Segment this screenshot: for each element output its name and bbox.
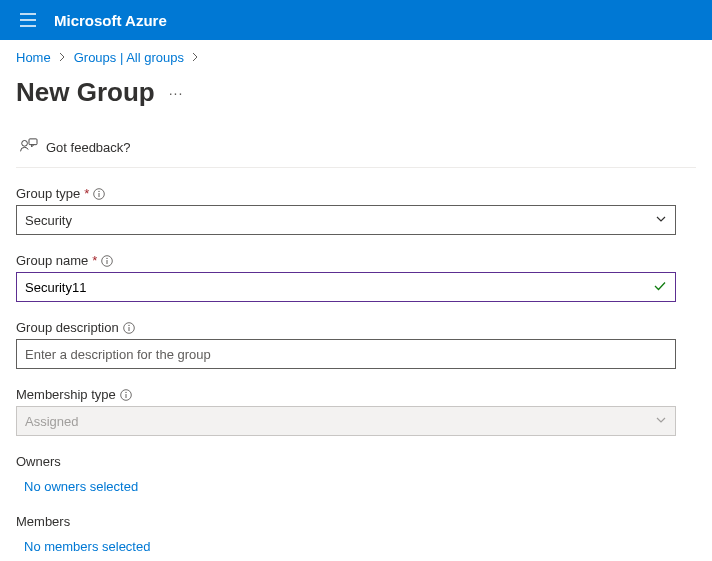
group-type-label-row: Group type *	[16, 186, 696, 201]
group-description-input[interactable]	[25, 340, 667, 368]
membership-type-label-row: Membership type	[16, 387, 696, 402]
feedback-button[interactable]: Got feedback?	[16, 138, 696, 168]
info-icon[interactable]	[101, 255, 113, 267]
chevron-down-icon	[655, 414, 667, 429]
group-description-field: Group description	[16, 320, 696, 369]
owners-section: Owners No owners selected	[16, 454, 696, 514]
group-name-field: Group name *	[16, 253, 696, 302]
info-icon[interactable]	[123, 322, 135, 334]
members-section: Members No members selected	[16, 514, 696, 561]
group-type-select[interactable]: Security	[16, 205, 676, 235]
breadcrumb-groups[interactable]: Groups | All groups	[74, 50, 184, 65]
group-type-value: Security	[25, 213, 72, 228]
info-icon[interactable]	[93, 188, 105, 200]
svg-rect-4	[29, 139, 37, 145]
members-heading: Members	[16, 514, 696, 529]
membership-type-select: Assigned	[16, 406, 676, 436]
group-description-label: Group description	[16, 320, 119, 335]
feedback-icon	[20, 138, 38, 157]
membership-type-label: Membership type	[16, 387, 116, 402]
owners-link[interactable]: No owners selected	[24, 479, 138, 494]
info-icon[interactable]	[120, 389, 132, 401]
membership-type-field: Membership type Assigned	[16, 387, 696, 436]
breadcrumb-home[interactable]: Home	[16, 50, 51, 65]
svg-point-15	[125, 391, 126, 392]
group-name-label-row: Group name *	[16, 253, 696, 268]
group-description-label-row: Group description	[16, 320, 696, 335]
svg-point-12	[128, 324, 129, 325]
svg-point-3	[22, 140, 28, 146]
group-type-field: Group type * Security	[16, 186, 696, 235]
hamburger-icon	[20, 13, 36, 27]
chevron-right-icon	[192, 50, 199, 65]
group-name-label: Group name	[16, 253, 88, 268]
top-bar: Microsoft Azure	[0, 0, 712, 40]
membership-type-value: Assigned	[25, 414, 78, 429]
feedback-label: Got feedback?	[46, 140, 131, 155]
group-description-input-wrapper	[16, 339, 676, 369]
required-asterisk: *	[84, 186, 89, 201]
chevron-down-icon	[655, 213, 667, 228]
chevron-right-icon	[59, 50, 66, 65]
svg-point-9	[107, 257, 108, 258]
owners-heading: Owners	[16, 454, 696, 469]
hamburger-menu-button[interactable]	[8, 0, 48, 40]
svg-point-6	[99, 190, 100, 191]
group-name-input[interactable]	[25, 273, 653, 301]
page-title: New Group	[16, 77, 155, 108]
page-title-row: New Group ···	[16, 77, 696, 108]
valid-check-icon	[653, 279, 667, 296]
breadcrumb: Home Groups | All groups	[16, 50, 696, 65]
required-asterisk: *	[92, 253, 97, 268]
group-type-label: Group type	[16, 186, 80, 201]
group-name-input-wrapper	[16, 272, 676, 302]
members-link[interactable]: No members selected	[24, 539, 150, 554]
more-actions-button[interactable]: ···	[169, 85, 184, 101]
brand-label: Microsoft Azure	[54, 12, 167, 29]
